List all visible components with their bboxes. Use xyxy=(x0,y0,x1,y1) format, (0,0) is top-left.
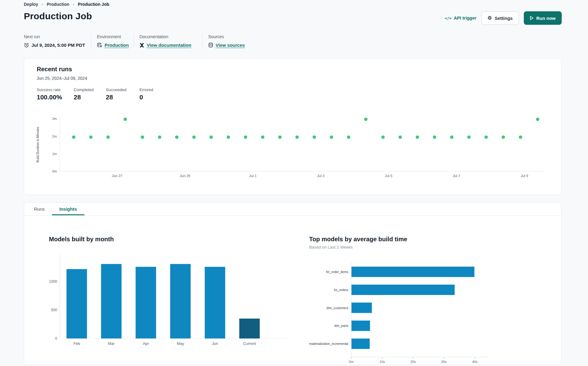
models-built-chart-title: Models built by month xyxy=(49,236,114,243)
documentation-label: Documentation xyxy=(139,34,202,39)
recent-runs-card: Recent runs Jun 25, 2024–Jul 09, 2024 Su… xyxy=(24,58,561,195)
play-icon xyxy=(530,16,534,20)
breadcrumb: Deploy › Production › Production Job xyxy=(24,2,109,7)
svg-text:40s: 40s xyxy=(472,360,478,364)
svg-text:30s: 30s xyxy=(441,360,447,364)
svg-text:Jun 29: Jun 29 xyxy=(180,174,190,178)
svg-text:0m: 0m xyxy=(52,169,57,173)
header-actions: </> API trigger ⚙ Settings Run now xyxy=(445,11,562,25)
meta-sources: Sources View sources xyxy=(202,34,252,48)
meta-next-run: Next run Jul 9, 2024, 5:00 PM PDT xyxy=(24,34,91,48)
svg-text:2m: 2m xyxy=(52,135,57,138)
chevron-right-icon: › xyxy=(42,2,43,6)
svg-text:Jul 1: Jul 1 xyxy=(249,174,257,178)
page-title: Production Job xyxy=(24,11,92,21)
svg-text:Jul 5: Jul 5 xyxy=(385,174,392,178)
svg-text:May: May xyxy=(177,342,184,346)
models-built-by-month-chart: 05001000FebMarAprMayJunCurrent xyxy=(43,252,288,346)
view-documentation-link[interactable]: View documentation xyxy=(147,43,191,48)
run-now-label: Run now xyxy=(536,16,556,21)
svg-text:20s: 20s xyxy=(410,360,416,364)
tab-runs[interactable]: Runs xyxy=(27,203,52,215)
alarm-clock-icon xyxy=(24,43,29,48)
svg-text:Jul 7: Jul 7 xyxy=(453,174,460,178)
tab-insights[interactable]: Insights xyxy=(52,203,84,215)
top-models-chart-title: Top models by average build time xyxy=(309,236,407,243)
stat-success-rate: Success rate 100.00% xyxy=(37,87,74,101)
breadcrumb-production[interactable]: Production xyxy=(47,2,69,7)
run-now-button[interactable]: Run now xyxy=(524,11,562,25)
code-icon: </> xyxy=(445,16,452,20)
settings-button[interactable]: ⚙ Settings xyxy=(481,11,519,25)
api-trigger-link[interactable]: </> API trigger xyxy=(445,16,476,20)
svg-text:Build Duration in Minutes: Build Duration in Minutes xyxy=(36,127,39,163)
next-run-label: Next run xyxy=(24,34,91,39)
sources-database-icon xyxy=(208,43,213,48)
top-models-chart-subtitle: Based on Last 2 Weeks xyxy=(309,245,353,250)
svg-text:1000: 1000 xyxy=(49,279,57,284)
svg-text:materialization_incremental: materialization_incremental xyxy=(309,342,348,346)
sources-label: Sources xyxy=(208,34,245,39)
svg-text:500: 500 xyxy=(51,308,57,312)
gear-icon: ⚙ xyxy=(487,16,492,20)
environment-label: Environment xyxy=(97,34,134,39)
meta-environment: Environment Production xyxy=(91,34,134,48)
svg-text:0: 0 xyxy=(55,336,57,341)
svg-text:Jul 3: Jul 3 xyxy=(317,174,324,178)
tabstrip: Runs Insights xyxy=(24,203,561,216)
next-run-value: Jul 9, 2024, 5:00 PM PDT xyxy=(31,43,85,48)
svg-text:Jun: Jun xyxy=(212,342,218,346)
job-meta-row: Next run Jul 9, 2024, 5:00 PM PDT Enviro… xyxy=(24,34,252,48)
stat-completed: Completed 28 xyxy=(74,87,106,101)
svg-text:Jun 27: Jun 27 xyxy=(112,174,123,178)
environment-database-icon xyxy=(97,43,102,48)
svg-text:Current: Current xyxy=(243,342,256,346)
svg-text:fct_orders: fct_orders xyxy=(334,288,348,292)
svg-text:Jul 9: Jul 9 xyxy=(521,174,528,178)
chevron-right-icon: › xyxy=(73,2,74,6)
breadcrumb-deploy[interactable]: Deploy xyxy=(24,2,38,7)
svg-text:10s: 10s xyxy=(379,360,385,364)
build-duration-scatter-chart: 0m1m2m3mJun 27Jun 29Jul 1Jul 3Jul 5Jul 7… xyxy=(30,114,549,180)
recent-runs-stats: Success rate 100.00% Completed 28 Succee… xyxy=(37,87,164,101)
svg-text:0m: 0m xyxy=(349,360,353,364)
svg-text:3m: 3m xyxy=(52,117,57,120)
environment-link[interactable]: Production xyxy=(105,43,129,48)
breadcrumb-current: Production Job xyxy=(78,2,109,7)
insights-card: Runs Insights Models built by month 0500… xyxy=(24,202,561,365)
svg-text:dim_customers: dim_customers xyxy=(327,306,348,310)
svg-text:1m: 1m xyxy=(52,152,57,156)
svg-text:Mar: Mar xyxy=(108,342,115,346)
recent-runs-title: Recent runs xyxy=(37,66,72,73)
svg-text:dim_parts: dim_parts xyxy=(334,324,348,327)
svg-text:fct_order_items: fct_order_items xyxy=(326,270,348,274)
svg-text:Feb: Feb xyxy=(73,342,80,346)
meta-documentation: Documentation View documentation xyxy=(134,34,202,48)
svg-text:Apr: Apr xyxy=(143,342,149,346)
view-sources-link[interactable]: View sources xyxy=(216,43,245,48)
top-models-by-build-time-chart: 0m10s20s30s40sfct_order_itemsfct_ordersd… xyxy=(309,260,493,366)
api-trigger-label: API trigger xyxy=(454,16,476,20)
stat-succeeded: Succeeded 28 xyxy=(106,87,139,101)
recent-runs-date-range: Jun 25, 2024–Jul 09, 2024 xyxy=(37,76,87,81)
dbt-docs-icon xyxy=(139,43,144,48)
stat-errored: Errored 0 xyxy=(139,87,164,101)
settings-label: Settings xyxy=(494,16,512,21)
